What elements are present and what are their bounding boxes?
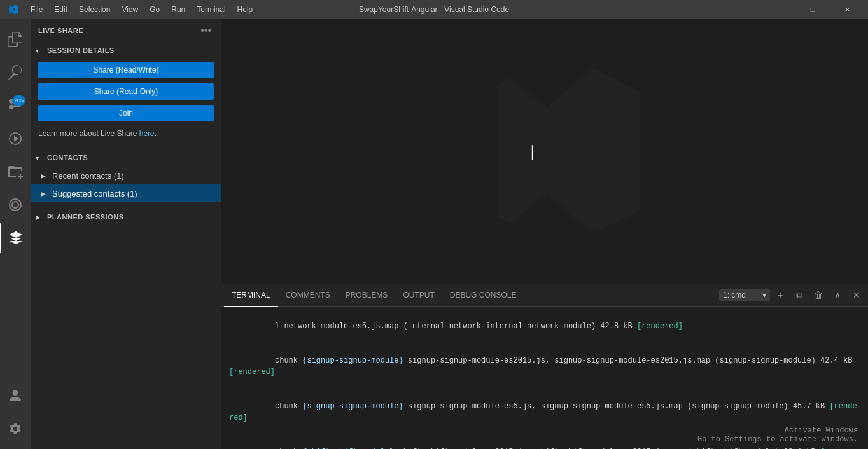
contacts-section-header[interactable]: ▾ CONTACTS (31, 149, 221, 167)
recent-contacts-chevron-icon: ▶ (41, 172, 50, 179)
share-read-only-button[interactable]: Share (Read-Only) (38, 83, 214, 100)
menu-view[interactable]: View (116, 4, 143, 15)
tab-problems[interactable]: PROBLEMS (338, 284, 396, 307)
minimize-button[interactable]: ─ (764, 0, 793, 19)
window-title: SwapYourShift-Angular - Visual Studio Co… (359, 5, 509, 14)
suggested-contacts-label: Suggested contacts (1) (52, 189, 137, 198)
explorer-activity-icon[interactable] (0, 24, 31, 55)
main-area: 205 (0, 19, 868, 449)
session-details-chevron-icon: ▾ (36, 47, 45, 54)
menu-go[interactable]: Go (144, 4, 165, 15)
suggested-contacts-chevron-icon: ▶ (41, 190, 50, 197)
activate-windows-line2: Go to Settings to activate Windows. (697, 435, 858, 444)
source-control-activity-icon[interactable]: 205 (0, 90, 31, 121)
tab-debug-console[interactable]: DEBUG CONSOLE (442, 284, 524, 307)
extensions-activity-icon[interactable] (0, 156, 31, 187)
vscode-logo-icon (6, 4, 18, 15)
tab-comments[interactable]: COMMENTS (278, 284, 338, 307)
recent-contacts-item[interactable]: ▶ Recent contacts (1) (31, 167, 221, 184)
terminal-up-button[interactable]: ∧ (829, 287, 846, 303)
panel-actions: ••• (198, 24, 214, 38)
activate-windows-notice: Activate Windows Go to Settings to activ… (697, 426, 858, 444)
cursor-indicator: ▏ (532, 145, 542, 160)
terminal-actions: 1: cmd ▾ + ⧉ 🗑 ∧ ✕ (719, 287, 865, 303)
split-terminal-button[interactable]: ⧉ (790, 287, 808, 303)
term-line-0: l-network-module-es5.js.map (internal-ne… (229, 309, 860, 343)
share-read-write-button[interactable]: Share (Read/Write) (38, 62, 214, 78)
session-details-title: SESSION DETAILS (47, 46, 115, 54)
session-details-header[interactable]: ▾ SESSION DETAILS (31, 41, 221, 59)
term-line-1: chunk {signup-signup-module} signup-sign… (229, 343, 860, 389)
editor-content: ▏ (221, 19, 868, 284)
title-bar: File Edit Selection View Go Run Terminal… (0, 0, 868, 19)
remote-activity-icon[interactable] (0, 190, 31, 220)
section-divider (31, 146, 221, 146)
menu-terminal[interactable]: Terminal (192, 4, 230, 15)
panel-more-button[interactable]: ••• (198, 24, 214, 38)
terminal-close-button[interactable]: ✕ (848, 287, 865, 303)
terminal-tab-bar: TERMINAL COMMENTS PROBLEMS OUTPUT DEBUG … (221, 284, 868, 307)
title-bar-left: File Edit Selection View Go Run Terminal… (6, 4, 258, 15)
menu-edit[interactable]: Edit (49, 4, 73, 15)
learn-more-text: Learn more about Live Share here. (31, 124, 221, 143)
contacts-title: CONTACTS (47, 154, 88, 162)
join-button[interactable]: Join (38, 105, 214, 121)
settings-activity-icon[interactable] (0, 413, 31, 444)
liveshare-activity-icon[interactable] (0, 223, 31, 253)
menu-run[interactable]: Run (166, 4, 190, 15)
terminal-instance-label: 1: cmd (723, 291, 746, 300)
tab-output[interactable]: OUTPUT (395, 284, 442, 307)
close-button[interactable]: ✕ (832, 0, 862, 19)
planned-sessions-header[interactable]: ▶ PLANNED SESSIONS (31, 208, 221, 226)
menu-bar: File Edit Selection View Go Run Terminal… (25, 4, 258, 15)
maximize-button[interactable]: □ (798, 0, 827, 19)
here-link[interactable]: here (139, 129, 155, 138)
live-share-title: LIVE SHARE (38, 27, 83, 34)
editor-area: ▏ TERMINAL COMMENTS PROBLEMS OUTPUT DEBU… (221, 19, 868, 449)
add-terminal-button[interactable]: + (771, 287, 789, 303)
source-control-badge: 205 (12, 95, 25, 106)
planned-sessions-title: PLANNED SESSIONS (47, 213, 123, 221)
activity-bar-bottom (0, 380, 31, 449)
run-activity-icon[interactable] (0, 123, 31, 154)
contacts-chevron-icon: ▾ (36, 155, 45, 162)
planned-sessions-chevron-icon: ▶ (36, 214, 45, 221)
sidebar: LIVE SHARE ••• ▾ SESSION DETAILS Share (… (31, 19, 221, 449)
recent-contacts-label: Recent contacts (1) (52, 171, 124, 181)
terminal-body[interactable]: l-network-module-es5.js.map (internal-ne… (221, 307, 868, 449)
suggested-contacts-item[interactable]: ▶ Suggested contacts (1) (31, 184, 221, 202)
menu-selection[interactable]: Selection (74, 4, 115, 15)
tab-terminal[interactable]: TERMINAL (224, 284, 278, 307)
menu-file[interactable]: File (25, 4, 48, 15)
search-activity-icon[interactable] (0, 57, 31, 88)
account-activity-icon[interactable] (0, 380, 31, 411)
trash-terminal-button[interactable]: 🗑 (809, 287, 827, 303)
activity-bar: 205 (0, 19, 31, 449)
terminal-panel: TERMINAL COMMENTS PROBLEMS OUTPUT DEBUG … (221, 284, 868, 449)
dropdown-chevron-icon: ▾ (762, 291, 766, 300)
live-share-panel-header: LIVE SHARE ••• (31, 19, 221, 41)
terminal-instance-dropdown[interactable]: 1: cmd ▾ (719, 289, 770, 301)
window-controls: ─ □ ✕ (764, 0, 862, 19)
activate-windows-line1: Activate Windows (697, 426, 858, 435)
vscode-watermark-icon (449, 55, 640, 248)
planned-section-divider (31, 205, 221, 205)
menu-help[interactable]: Help (232, 4, 258, 15)
